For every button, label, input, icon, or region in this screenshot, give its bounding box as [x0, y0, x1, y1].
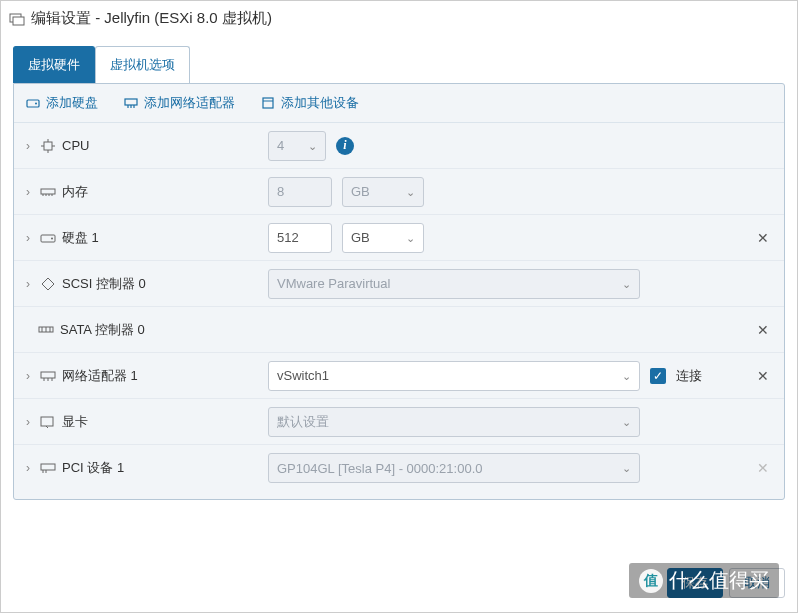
chevron-down-icon: ⌄ — [406, 185, 415, 198]
svg-point-3 — [35, 103, 37, 105]
row-memory: › 内存 8 GB ⌄ — [14, 169, 784, 215]
tab-vm-options[interactable]: 虚拟机选项 — [95, 46, 190, 83]
cpu-info-icon[interactable]: i — [336, 137, 354, 155]
row-scsi-controller-0: › SCSI 控制器 0 VMware Paravirtual ⌄ — [14, 261, 784, 307]
pci-device-select[interactable]: GP104GL [Tesla P4] - 0000:21:00.0 ⌄ — [268, 453, 640, 483]
nic-1-label: 网络适配器 1 — [62, 367, 138, 385]
scsi-label: SCSI 控制器 0 — [62, 275, 146, 293]
dialog-close-button[interactable] — [771, 11, 787, 27]
cpu-label: CPU — [62, 138, 89, 153]
row-scsi-label-area: › SCSI 控制器 0 — [26, 275, 268, 293]
add-other-device-button[interactable]: 添加其他设备 — [261, 94, 359, 112]
dialog-title: 编辑设置 - Jellyfin (ESXi 8.0 虚拟机) — [31, 9, 272, 28]
add-device-toolbar: 添加硬盘 添加网络适配器 添加其他设备 — [14, 84, 784, 123]
device-icon — [261, 96, 275, 110]
expand-pci-1[interactable]: › — [26, 461, 36, 475]
dialog-footer: 保存 取消 — [667, 568, 785, 598]
disk-size-input[interactable]: 512 — [268, 223, 332, 253]
tab-virtual-hardware[interactable]: 虚拟硬件 — [13, 46, 95, 83]
video-label: 显卡 — [62, 413, 88, 431]
nic-icon — [124, 96, 138, 110]
add-hard-disk-button[interactable]: 添加硬盘 — [26, 94, 98, 112]
add-nic-label: 添加网络适配器 — [144, 94, 235, 112]
svg-rect-4 — [125, 99, 137, 105]
watermark-badge: 值 — [639, 569, 663, 593]
hard-disk-icon — [40, 230, 56, 246]
video-settings-value: 默认设置 — [277, 413, 329, 431]
pci-icon — [40, 460, 56, 476]
disk-unit: GB — [351, 230, 370, 245]
row-hard-disk-1: › 硬盘 1 512 GB ⌄ ✕ — [14, 215, 784, 261]
cancel-button[interactable]: 取消 — [729, 568, 785, 598]
svg-rect-10 — [44, 142, 52, 150]
row-nic-label-area: › 网络适配器 1 — [26, 367, 268, 385]
sata-label: SATA 控制器 0 — [60, 321, 145, 339]
remove-pci-1-button[interactable]: ✕ — [754, 460, 772, 476]
row-video-card: › 显卡 默认设置 ⌄ — [14, 399, 784, 445]
memory-unit-select[interactable]: GB ⌄ — [342, 177, 424, 207]
add-other-label: 添加其他设备 — [281, 94, 359, 112]
memory-unit: GB — [351, 184, 370, 199]
save-button[interactable]: 保存 — [667, 568, 723, 598]
row-video-label-area: › 显卡 — [26, 413, 268, 431]
svg-rect-2 — [27, 100, 39, 107]
add-network-adapter-button[interactable]: 添加网络适配器 — [124, 94, 235, 112]
memory-value-input[interactable]: 8 — [268, 177, 332, 207]
expand-memory[interactable]: › — [26, 185, 36, 199]
chevron-down-icon: ⌄ — [622, 415, 631, 428]
expand-scsi[interactable]: › — [26, 277, 36, 291]
svg-rect-1 — [13, 17, 24, 25]
svg-rect-15 — [41, 189, 55, 194]
video-settings-select[interactable]: 默认设置 ⌄ — [268, 407, 640, 437]
nic-connect-checkbox[interactable]: ✓ — [650, 368, 666, 384]
svg-point-21 — [51, 237, 53, 239]
row-sata-label-area: SATA 控制器 0 — [26, 321, 268, 339]
hardware-panel: 添加硬盘 添加网络适配器 添加其他设备 › C — [13, 83, 785, 500]
memory-label: 内存 — [62, 183, 88, 201]
remove-disk-1-button[interactable]: ✕ — [754, 230, 772, 246]
scsi-type-select[interactable]: VMware Paravirtual ⌄ — [268, 269, 640, 299]
scsi-type-value: VMware Paravirtual — [277, 276, 390, 291]
remove-nic-1-button[interactable]: ✕ — [754, 368, 772, 384]
hard-disk-icon — [26, 96, 40, 110]
add-hard-disk-label: 添加硬盘 — [46, 94, 98, 112]
tabs: 虚拟硬件 虚拟机选项 — [13, 46, 785, 83]
row-cpu-label-area: › CPU — [26, 138, 268, 154]
pci-device-value: GP104GL [Tesla P4] - 0000:21:00.0 — [277, 461, 483, 476]
chevron-down-icon: ⌄ — [406, 231, 415, 244]
disk-unit-select[interactable]: GB ⌄ — [342, 223, 424, 253]
row-network-adapter-1: › 网络适配器 1 vSwitch1 ⌄ ✓ 连接 ✕ — [14, 353, 784, 399]
sata-icon — [38, 322, 54, 338]
row-cpu: › CPU 4 ⌄ i — [14, 123, 784, 169]
expand-nic-1[interactable]: › — [26, 369, 36, 383]
row-memory-label-area: › 内存 — [26, 183, 268, 201]
dialog-titlebar: 编辑设置 - Jellyfin (ESXi 8.0 虚拟机) — [1, 1, 797, 36]
nic-connect-label: 连接 — [676, 367, 702, 385]
cpu-count-select[interactable]: 4 ⌄ — [268, 131, 326, 161]
expand-disk-1[interactable]: › — [26, 231, 36, 245]
svg-marker-22 — [42, 278, 54, 290]
cpu-icon — [40, 138, 56, 154]
chevron-down-icon: ⌄ — [622, 462, 631, 475]
chevron-down-icon: ⌄ — [622, 369, 631, 382]
svg-rect-27 — [41, 372, 55, 378]
memory-icon — [40, 184, 56, 200]
svg-rect-31 — [41, 417, 53, 426]
vm-icon — [9, 11, 25, 27]
remove-sata-button[interactable]: ✕ — [754, 322, 772, 338]
svg-rect-8 — [263, 98, 273, 108]
nic-icon — [40, 368, 56, 384]
video-card-icon — [40, 414, 56, 430]
chevron-down-icon: ⌄ — [308, 139, 317, 152]
memory-value: 8 — [277, 184, 284, 199]
cpu-count-value: 4 — [277, 138, 284, 153]
chevron-down-icon: ⌄ — [622, 277, 631, 290]
row-pci-label-area: › PCI 设备 1 — [26, 459, 268, 477]
expand-cpu[interactable]: › — [26, 139, 36, 153]
scsi-icon — [40, 276, 56, 292]
nic-network-select[interactable]: vSwitch1 ⌄ — [268, 361, 640, 391]
pci-1-label: PCI 设备 1 — [62, 459, 124, 477]
disk-1-label: 硬盘 1 — [62, 229, 99, 247]
expand-video[interactable]: › — [26, 415, 36, 429]
row-sata-controller-0: SATA 控制器 0 ✕ — [14, 307, 784, 353]
